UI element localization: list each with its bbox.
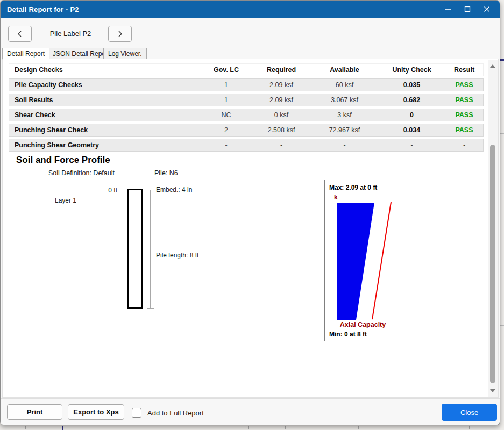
grid-tick bbox=[285, 426, 286, 429]
grid-tick bbox=[395, 426, 395, 429]
check-name: Punching Shear Geometry bbox=[9, 141, 201, 149]
unity-check-value: 0 bbox=[378, 111, 445, 119]
ground-surface-line bbox=[47, 195, 127, 195]
available-value: 72.967 ksf bbox=[311, 126, 378, 134]
edge-mark bbox=[500, 325, 504, 326]
chart-min-label: Min: 0 at 8 ft bbox=[329, 331, 367, 338]
table-row: Shear Check NC 0 ksf 3 ksf 0 PASS bbox=[9, 109, 484, 121]
add-to-full-report-label: Add to Full Report bbox=[147, 409, 204, 417]
add-to-full-report-checkbox[interactable] bbox=[132, 408, 141, 418]
soil-layer-label: Layer 1 bbox=[55, 197, 76, 204]
edge-mark bbox=[500, 59, 504, 61]
result-badge: PASS bbox=[445, 81, 483, 89]
required-value: 2.09 ksf bbox=[252, 96, 311, 104]
available-value: 3 ksf bbox=[311, 111, 378, 119]
grid-tick bbox=[174, 426, 174, 429]
result-badge: PASS bbox=[445, 96, 483, 104]
background-app-edge-strip bbox=[500, 0, 504, 430]
grid-tick bbox=[322, 426, 322, 429]
required-value: 0 ksf bbox=[252, 111, 311, 119]
check-name: Pile Capacity Checks bbox=[9, 81, 201, 89]
grid-tick bbox=[211, 426, 211, 429]
section-heading: Soil and Force Profile bbox=[16, 155, 110, 166]
grid-tick bbox=[432, 426, 432, 429]
table-row: Punching Shear Check 2 2.508 ksf 72.967 … bbox=[9, 124, 484, 137]
scrollbar-thumb[interactable] bbox=[490, 145, 495, 383]
vertical-scrollbar[interactable] bbox=[488, 60, 498, 397]
chart-unit-label: k bbox=[334, 194, 338, 201]
unity-check-value: 0.034 bbox=[378, 126, 445, 134]
unity-check-value: 0.682 bbox=[378, 96, 445, 104]
print-button[interactable]: Print bbox=[7, 404, 62, 420]
detail-report-dialog: Detail Report for - P2 Pile Label P2 Det… bbox=[0, 0, 500, 425]
available-value: 60 ksf bbox=[311, 81, 378, 89]
pile-name-label: Pile: N6 bbox=[154, 169, 178, 177]
design-checks-table: Design Checks Gov. LC Required Available… bbox=[9, 63, 484, 154]
axial-demand-area bbox=[337, 203, 374, 320]
grid-tick bbox=[469, 426, 470, 429]
background-app-gridline-strip bbox=[0, 425, 504, 430]
result-badge: PASS bbox=[445, 126, 483, 134]
maximize-button[interactable] bbox=[458, 1, 477, 18]
table-header-row: Design Checks Gov. LC Required Available… bbox=[9, 63, 484, 76]
gov-lc-value: 1 bbox=[201, 81, 252, 89]
close-button[interactable]: Close bbox=[442, 404, 497, 421]
titlebar[interactable]: Detail Report for - P2 bbox=[1, 1, 500, 18]
table-row: Punching Shear Geometry - - - - - bbox=[9, 139, 484, 152]
result-badge: - bbox=[445, 141, 483, 149]
dialog-footer: Print Export to Xps Add to Full Report C… bbox=[1, 398, 500, 425]
check-name: Soil Results bbox=[9, 96, 201, 104]
tab-log-viewer[interactable]: Log Viewer. bbox=[103, 48, 147, 59]
gov-lc-value: 2 bbox=[201, 126, 252, 134]
grid-tick bbox=[248, 426, 249, 429]
close-window-button[interactable] bbox=[477, 1, 496, 18]
gov-lc-value: NC bbox=[201, 111, 252, 119]
close-icon bbox=[484, 6, 490, 12]
unity-check-value: 0.035 bbox=[378, 81, 445, 89]
previous-pile-button[interactable] bbox=[8, 26, 32, 42]
edge-mark bbox=[500, 133, 504, 134]
pile-length-label: Pile length: 8 ft bbox=[156, 252, 198, 259]
dimension-tick bbox=[147, 308, 154, 309]
minimize-icon bbox=[445, 6, 451, 12]
dimension-line bbox=[150, 190, 151, 309]
scroll-up-icon[interactable] bbox=[490, 64, 495, 68]
result-badge: PASS bbox=[445, 111, 483, 119]
column-header: Required bbox=[252, 66, 311, 74]
chart-max-label: Max: 2.09 at 0 ft bbox=[329, 184, 377, 191]
scroll-down-icon[interactable] bbox=[490, 389, 495, 392]
column-header: Design Checks bbox=[9, 66, 201, 74]
profile-subheading: Soil Definition: DefaultPile: N6 bbox=[48, 169, 178, 177]
column-header: Result bbox=[445, 66, 483, 74]
check-name: Shear Check bbox=[9, 111, 201, 119]
chevron-right-icon bbox=[117, 30, 123, 38]
soil-definition-label: Soil Definition: Default bbox=[48, 169, 115, 177]
grid-tick bbox=[25, 426, 26, 429]
export-to-xps-button[interactable]: Export to Xps bbox=[68, 404, 124, 420]
grid-tick bbox=[100, 426, 100, 429]
required-value: - bbox=[252, 141, 311, 149]
tab-bar: Detail Report JSON Detail Report Log Vie… bbox=[1, 48, 500, 59]
pile-label: Pile Label P2 bbox=[34, 26, 107, 42]
table-row: Soil Results 1 2.09 ksf 3.067 ksf 0.682 … bbox=[9, 94, 484, 106]
grid-tick-selected bbox=[62, 426, 63, 430]
chevron-left-icon bbox=[17, 30, 23, 38]
window-title: Detail Report for - P2 bbox=[1, 5, 79, 13]
column-header: Available bbox=[311, 66, 378, 74]
required-value: 2.508 ksf bbox=[252, 126, 311, 134]
next-pile-button[interactable] bbox=[108, 26, 132, 42]
tab-detail-report[interactable]: Detail Report bbox=[2, 48, 49, 60]
check-name: Punching Shear Check bbox=[9, 126, 201, 134]
embed-depth-label: Embed.: 4 in bbox=[156, 186, 192, 194]
unity-check-value: - bbox=[378, 141, 445, 149]
ground-elevation-label: 0 ft bbox=[96, 187, 117, 194]
grid-tick bbox=[137, 426, 137, 429]
axial-capacity-line bbox=[372, 202, 391, 319]
dimension-tick bbox=[147, 196, 154, 196]
gov-lc-value: 1 bbox=[201, 96, 252, 104]
column-header: Gov. LC bbox=[201, 66, 252, 74]
required-value: 2.09 ksf bbox=[252, 81, 311, 89]
minimize-button[interactable] bbox=[438, 1, 458, 18]
available-value: - bbox=[311, 141, 378, 149]
gov-lc-value: - bbox=[201, 141, 252, 149]
